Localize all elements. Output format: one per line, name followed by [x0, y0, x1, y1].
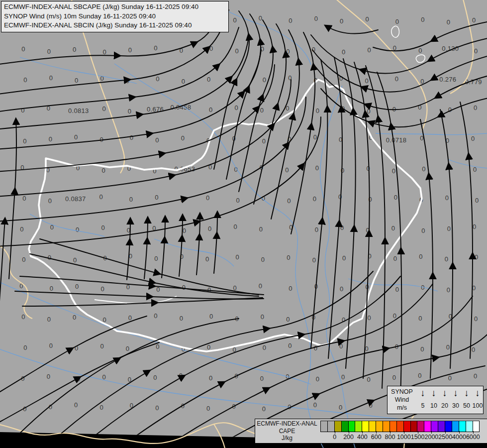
synop-arrow-row: ↓↓↓↓↓↓	[417, 387, 483, 400]
station-value: 0	[233, 284, 237, 292]
station-value: 0	[471, 135, 475, 142]
station-value: 0	[418, 104, 422, 111]
station-value: 0	[22, 194, 26, 202]
station-value: 0	[127, 226, 131, 233]
station-value: 0	[152, 224, 156, 231]
station-value: 0	[259, 225, 263, 232]
station-value: 0	[367, 375, 371, 383]
station-value: 0	[50, 285, 54, 292]
station-value: 0	[263, 343, 267, 351]
wind-arrow-icon: ↓	[450, 387, 461, 400]
station-value: 0	[208, 163, 212, 171]
station-value: 0	[314, 76, 318, 84]
station-value: 0	[48, 254, 52, 261]
station-value: 0	[392, 106, 396, 113]
station-value: 0	[314, 283, 318, 290]
station-value: 0	[340, 224, 344, 231]
wind-arrow-icon: ↓	[472, 387, 483, 400]
station-value: 0	[153, 373, 157, 381]
station-value: 0	[259, 14, 263, 22]
station-value: 0	[179, 371, 183, 379]
station-value: 0.0653	[175, 165, 195, 173]
station-value: 0	[472, 284, 476, 292]
station-value: 0	[422, 165, 426, 173]
station-value: 0	[365, 15, 369, 23]
station-value: 0	[261, 313, 265, 321]
station-value: 0	[368, 252, 372, 260]
cape-color-cell	[348, 421, 356, 432]
station-value: 0	[448, 163, 452, 171]
station-value: 0	[285, 166, 289, 174]
station-value: 0.0718	[386, 136, 407, 144]
station-value: 0	[207, 343, 211, 350]
station-value: 0.779	[465, 78, 482, 85]
station-value: 0	[448, 374, 452, 381]
station-value: 0	[205, 255, 209, 263]
station-value: 0	[154, 255, 158, 262]
station-value: 0	[76, 164, 80, 172]
station-value: 0	[286, 105, 290, 112]
cape-tick-label: 2500	[438, 434, 452, 441]
wind-speed-label: 10	[428, 401, 439, 410]
station-value: 0	[341, 373, 345, 380]
station-value: 0	[23, 137, 27, 145]
station-value: 0	[232, 135, 236, 142]
station-value: 0	[340, 17, 344, 25]
synop-speed-row: 510203050100	[417, 401, 483, 410]
station-value: 0	[75, 283, 79, 290]
station-value: 0	[313, 195, 317, 202]
cape-color-cell	[410, 421, 418, 432]
station-value: 0	[418, 315, 422, 322]
station-value: 0	[153, 167, 157, 175]
station-value: 0	[342, 316, 346, 324]
cape-tick-label: 200	[343, 434, 354, 441]
station-value: 0	[445, 255, 449, 263]
station-value: 0	[23, 405, 27, 413]
wind-speed-label: 50	[461, 401, 472, 410]
station-value: 0	[365, 344, 369, 352]
station-value: 0.0837	[65, 195, 86, 202]
station-value: 0	[180, 315, 184, 322]
station-value: 0	[20, 164, 24, 171]
station-value: 0	[75, 344, 79, 351]
station-value: 0	[208, 224, 212, 232]
station-value: 0	[154, 312, 158, 320]
station-value: 0	[128, 46, 132, 53]
station-value: 0	[99, 136, 103, 143]
station-value: 0	[155, 404, 159, 412]
station-value: 0	[475, 196, 479, 204]
station-value: 0	[447, 286, 451, 294]
cape-color-cell	[396, 421, 404, 432]
station-value: 0	[419, 196, 423, 203]
wind-arrow-icon: ↓	[417, 387, 428, 400]
cape-tick-label: 0	[333, 434, 336, 441]
station-value: 0	[260, 374, 264, 382]
cape-color-cell	[417, 421, 424, 432]
cape-legend-title-line: J/kg	[255, 435, 319, 442]
station-value: 0	[128, 314, 132, 322]
cape-color-cell	[369, 421, 376, 432]
station-value: 0	[312, 314, 316, 321]
station-value: 0	[288, 74, 292, 81]
station-value: 0	[288, 341, 292, 349]
synop-wind-legend: SYNOP Wind m/s ↓↓↓↓↓↓ 510203050100	[387, 386, 484, 414]
station-value: 0	[260, 107, 264, 114]
station-value: 0	[287, 254, 291, 261]
station-value: 0	[391, 224, 395, 231]
station-value: 0	[183, 226, 187, 234]
cape-color-cell	[362, 421, 369, 432]
station-value: 0	[366, 165, 370, 172]
station-value: 0	[128, 108, 132, 115]
cape-legend-title-line: ECMWF-INDEX-ANAL	[255, 420, 319, 428]
station-value: 0	[19, 282, 23, 290]
station-value: 0	[21, 374, 25, 382]
station-value: 0	[102, 316, 106, 324]
station-value: 0	[49, 135, 53, 143]
station-value: 0	[394, 193, 398, 201]
station-value: 0	[313, 401, 317, 409]
station-value: 0	[207, 286, 211, 294]
station-value: 0	[232, 345, 236, 353]
station-value: 0	[156, 75, 160, 82]
station-value: 0	[393, 312, 397, 320]
cape-tick-label: 4000	[452, 434, 466, 441]
